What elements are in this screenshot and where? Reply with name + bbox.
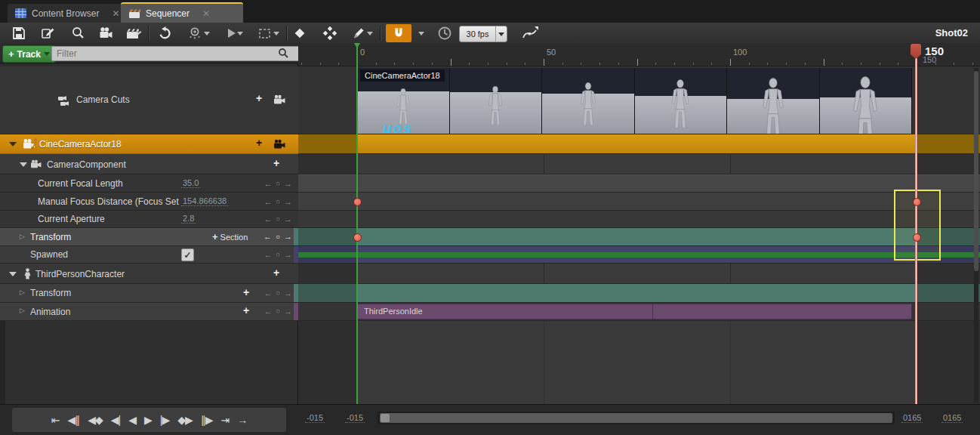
expand-arrow-icon[interactable]: [9, 142, 17, 147]
time-snap-clock-button[interactable]: [435, 25, 455, 42]
camera-cut-thumbnail[interactable]: [450, 68, 543, 134]
save-as-button[interactable]: [38, 25, 57, 42]
close-icon[interactable]: ✕: [202, 8, 210, 19]
expand-arrow-icon[interactable]: [20, 162, 27, 167]
camera-cut-thumbnail[interactable]: [635, 68, 728, 134]
playback-options-button[interactable]: →: [237, 415, 247, 425]
fps-select[interactable]: 30 fps: [459, 26, 507, 42]
transform-keyframe[interactable]: [913, 233, 921, 242]
row-camera-transform[interactable]: ▷ Transform + Section ←○→: [0, 228, 298, 246]
track-tp-transform[interactable]: [298, 284, 980, 303]
add-section-button[interactable]: +: [256, 137, 262, 149]
scrollbar-thumb[interactable]: [974, 71, 978, 271]
timeline-scrollbar[interactable]: [974, 68, 978, 403]
spawned-checkbox[interactable]: ✓: [181, 248, 194, 261]
h-scrollbar-thumb[interactable]: [380, 413, 892, 423]
keyframe-button[interactable]: [290, 25, 310, 42]
row-third-person-character[interactable]: ThirdPersonCharacter +: [0, 264, 298, 284]
channel-bar[interactable]: [298, 193, 980, 210]
expand-arrow-icon[interactable]: [9, 272, 17, 276]
go-to-end-button[interactable]: ∥▶: [201, 415, 213, 425]
collapsed-arrow-icon[interactable]: ▷: [20, 307, 25, 314]
previous-key-button[interactable]: ◀◆: [88, 415, 103, 425]
add-section-button[interactable]: +: [243, 286, 249, 298]
tab-content-browser[interactable]: Content Browser ✕: [8, 4, 128, 23]
key-nav[interactable]: ←○→: [264, 214, 292, 224]
track-manual-focus[interactable]: [298, 193, 980, 211]
close-icon[interactable]: ✕: [112, 8, 119, 19]
row-manual-focus[interactable]: Manual Focus Distance (Focus Set 154.866…: [0, 193, 298, 211]
working-range-start[interactable]: -015: [345, 413, 365, 423]
camera-cut-thumbnail[interactable]: [542, 68, 635, 134]
add-track-button[interactable]: + Track: [2, 45, 56, 63]
filter-input[interactable]: [51, 46, 300, 61]
transform-keyframe[interactable]: [353, 233, 362, 242]
track-aperture[interactable]: [298, 211, 980, 228]
collapsed-arrow-icon[interactable]: ▷: [20, 288, 25, 296]
play-reverse-button[interactable]: ◀: [128, 415, 136, 425]
simulate-dropdown-caret[interactable]: [236, 25, 245, 42]
go-to-front-button[interactable]: ◀∥: [67, 415, 79, 425]
key-all-button[interactable]: [320, 25, 340, 42]
add-animation-button[interactable]: +: [243, 304, 249, 316]
row-camera-component[interactable]: CameraComponent +: [0, 154, 298, 174]
key-nav[interactable]: ←○→: [264, 307, 292, 316]
snap-magnet-button[interactable]: [386, 24, 411, 42]
add-button[interactable]: +: [273, 267, 279, 279]
add-button[interactable]: +: [273, 157, 279, 169]
save-button[interactable]: [9, 25, 29, 42]
h-scrollbar-grip[interactable]: [381, 414, 390, 422]
channel-bar[interactable]: [298, 211, 980, 227]
add-section-button[interactable]: + Section: [212, 231, 248, 242]
animation-clip[interactable]: ThirdPersonIdle: [357, 304, 912, 319]
row-focal-length[interactable]: Current Focal Length 35.0 ←○→: [0, 174, 298, 193]
step-forward-frame-button[interactable]: |▶: [160, 415, 169, 425]
step-back-frame-button[interactable]: ◀|: [111, 415, 120, 425]
channel-bar[interactable]: [298, 174, 980, 192]
tab-sequencer[interactable]: Sequencer ✕: [121, 2, 243, 23]
view-range-end[interactable]: 0165: [941, 413, 963, 423]
row-cine-camera-actor[interactable]: CineCameraActor18 +: [0, 134, 298, 154]
track-spawned[interactable]: [298, 246, 980, 264]
camera-cut-thumbnail[interactable]: [727, 68, 820, 134]
track-cine-camera[interactable]: [298, 134, 980, 154]
track-focal-length[interactable]: [298, 174, 980, 193]
curve-editor-button[interactable]: [519, 25, 542, 42]
transform-section-bar[interactable]: [357, 284, 917, 302]
camera-lock-button[interactable]: [273, 94, 286, 107]
playhead-line[interactable]: [915, 58, 917, 404]
aperture-value[interactable]: 2.8: [181, 214, 196, 224]
row-camera-cuts[interactable]: Camera Cuts +: [0, 66, 298, 134]
select-options-caret[interactable]: [272, 25, 281, 42]
key-nav[interactable]: ←○→: [264, 250, 292, 259]
camera-section-bar[interactable]: [357, 134, 917, 153]
next-key-button[interactable]: ◆▶: [177, 415, 193, 425]
play-forward-button[interactable]: ▶: [144, 415, 152, 425]
manual-focus-keyframe[interactable]: [353, 198, 362, 206]
set-playback-start-button[interactable]: ⇤: [51, 415, 60, 425]
row-aperture[interactable]: Current Aperture 2.8 ←○→: [0, 211, 298, 228]
manual-focus-keyframe[interactable]: [913, 198, 921, 206]
snap-options-caret[interactable]: [417, 25, 426, 42]
timeline-h-scrollbar[interactable]: [378, 412, 895, 424]
row-tp-transform[interactable]: ▷ Transform + ←○→: [0, 284, 298, 303]
row-spawned[interactable]: Spawned ✓ ←○→: [0, 246, 298, 264]
time-ruler[interactable]: 050100: [298, 43, 980, 66]
manual-focus-value[interactable]: 154.866638: [181, 196, 228, 206]
key-nav[interactable]: ←○→: [264, 288, 292, 298]
view-range-start[interactable]: -015: [305, 413, 325, 423]
set-playback-end-button[interactable]: ⇥: [221, 415, 230, 425]
transform-section-bar[interactable]: [357, 228, 917, 245]
track-camera-transform[interactable]: [298, 228, 980, 246]
working-range-end[interactable]: 0165: [901, 413, 923, 423]
track-camera-cuts[interactable]: uos CineCameraActor18: [298, 66, 980, 134]
auto-key-caret[interactable]: [365, 25, 374, 42]
key-nav[interactable]: ←○→: [264, 179, 292, 188]
row-animation[interactable]: ▷ Animation + ←○→: [0, 303, 298, 321]
collapsed-arrow-icon[interactable]: ▷: [20, 233, 25, 240]
focal-value[interactable]: 35.0: [181, 178, 200, 188]
add-camera-cut-button[interactable]: +: [256, 92, 262, 104]
camera-cut-thumbnail[interactable]: [820, 68, 913, 134]
undo-button[interactable]: [156, 25, 175, 42]
camera-lock-button[interactable]: [273, 139, 286, 152]
